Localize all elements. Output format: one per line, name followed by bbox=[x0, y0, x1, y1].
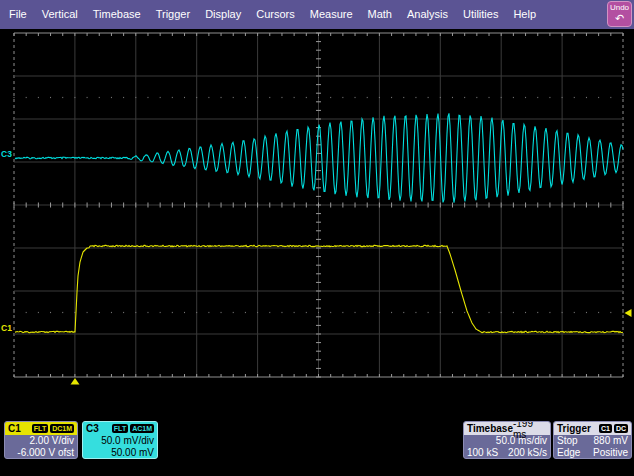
menu-trigger[interactable]: Trigger bbox=[156, 0, 190, 29]
c3-channel-marker[interactable]: C3 bbox=[1, 149, 12, 159]
trigger-descriptor-box[interactable]: Trigger C1 DC Stop 880 mV Edge Positive bbox=[553, 421, 632, 459]
c1-channel-marker[interactable]: C1 bbox=[1, 323, 12, 333]
c1-channel-name: C1 bbox=[8, 423, 21, 434]
c3-volts-per-div: 50.0 mV/div bbox=[83, 435, 157, 447]
c1-descriptor-box[interactable]: C1 FLT DC1M 2.00 V/div -6.000 V ofst bbox=[4, 421, 78, 459]
trigger-time-marker[interactable] bbox=[71, 378, 80, 385]
timebase-samples: 100 kS bbox=[467, 447, 498, 459]
c1-offset: -6.000 V ofst bbox=[5, 447, 77, 459]
trigger-level-marker[interactable] bbox=[625, 309, 632, 317]
c3-channel-name: C3 bbox=[86, 423, 99, 434]
trigger-mode: Stop bbox=[557, 435, 578, 447]
c3-filter-badge: FLT bbox=[112, 424, 128, 433]
undo-icon: ↶ bbox=[608, 13, 631, 24]
trigger-header: Trigger C1 DC bbox=[554, 422, 631, 435]
timebase-descriptor-box[interactable]: Timebase -199 ms 50.0 ms/div 100 kS 200 … bbox=[463, 421, 551, 459]
graticule bbox=[14, 33, 623, 377]
trigger-level: 880 mV bbox=[594, 435, 628, 447]
menu-utilities[interactable]: Utilities bbox=[463, 0, 498, 29]
waveform-display: C3C1 bbox=[0, 0, 634, 476]
timebase-per-div: 50.0 ms/div bbox=[496, 435, 547, 447]
menu-file[interactable]: File bbox=[9, 0, 27, 29]
menu-analysis[interactable]: Analysis bbox=[407, 0, 448, 29]
c1-descriptor-header: C1 FLT DC1M bbox=[5, 422, 77, 435]
c3-descriptor-header: C3 FLT AC1M bbox=[83, 422, 157, 435]
menu-measure[interactable]: Measure bbox=[310, 0, 353, 29]
c3-coupling-badge: AC1M bbox=[130, 424, 154, 433]
menu-timebase[interactable]: Timebase bbox=[93, 0, 141, 29]
trigger-slope: Positive bbox=[593, 447, 628, 459]
menu-bar: File Vertical Timebase Trigger Display C… bbox=[0, 0, 634, 29]
trigger-type: Edge bbox=[557, 447, 580, 459]
c1-filter-badge: FLT bbox=[32, 424, 48, 433]
undo-button[interactable]: Undo ↶ bbox=[607, 1, 632, 27]
timebase-rate: 200 kS/s bbox=[508, 447, 547, 459]
menu-help[interactable]: Help bbox=[513, 0, 536, 29]
trigger-source-badge: C1 bbox=[599, 424, 612, 433]
timebase-header: Timebase -199 ms bbox=[464, 422, 550, 435]
menu-math[interactable]: Math bbox=[368, 0, 392, 29]
menu-cursors[interactable]: Cursors bbox=[256, 0, 295, 29]
menu-display[interactable]: Display bbox=[205, 0, 241, 29]
trigger-coupling-badge: DC bbox=[614, 424, 628, 433]
c3-offset: 50.00 mV bbox=[83, 447, 157, 459]
c1-volts-per-div: 2.00 V/div bbox=[5, 435, 77, 447]
c3-descriptor-box[interactable]: C3 FLT AC1M 50.0 mV/div 50.00 mV bbox=[82, 421, 158, 459]
c1-coupling-badge: DC1M bbox=[50, 424, 74, 433]
menu-vertical[interactable]: Vertical bbox=[42, 0, 78, 29]
